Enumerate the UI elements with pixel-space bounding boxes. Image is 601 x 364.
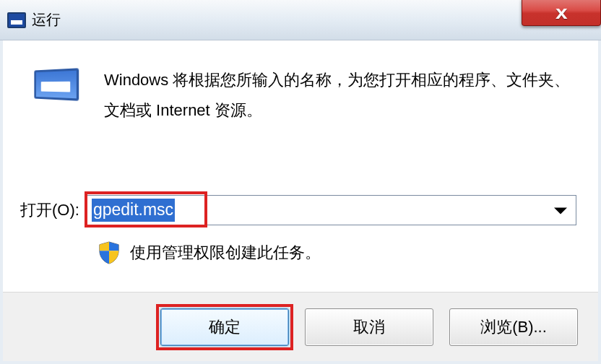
info-row: Windows 将根据您所输入的名称，为您打开相应的程序、文件夹、文档或 Int… [30,65,576,126]
titlebar: 运行 x [0,0,601,40]
open-combobox[interactable]: gpedit.msc [87,195,576,225]
open-input-value[interactable]: gpedit.msc [92,199,175,222]
shield-icon [98,241,120,264]
window-title: 运行 [32,10,61,30]
browse-button[interactable]: 浏览(B)... [449,308,578,346]
open-row: 打开(O): gpedit.msc [20,195,576,225]
run-icon [30,65,82,104]
open-label: 打开(O): [20,199,79,221]
admin-note-text: 使用管理权限创建此任务。 [130,242,321,264]
ok-button-wrapper: 确定 [160,308,289,346]
close-icon: x [555,3,568,22]
close-button[interactable]: x [522,0,601,26]
run-sys-icon [7,12,26,28]
footer: 确定 取消 浏览(B)... [3,292,598,361]
description-text: Windows 将根据您所输入的名称，为您打开相应的程序、文件夹、文档或 Int… [104,65,576,126]
cancel-button[interactable]: 取消 [305,308,433,346]
ok-button[interactable]: 确定 [160,308,289,346]
admin-note-row: 使用管理权限创建此任务。 [98,241,321,264]
chevron-down-icon[interactable] [554,207,567,214]
client-area: Windows 将根据您所输入的名称，为您打开相应的程序、文件夹、文档或 Int… [0,40,601,364]
